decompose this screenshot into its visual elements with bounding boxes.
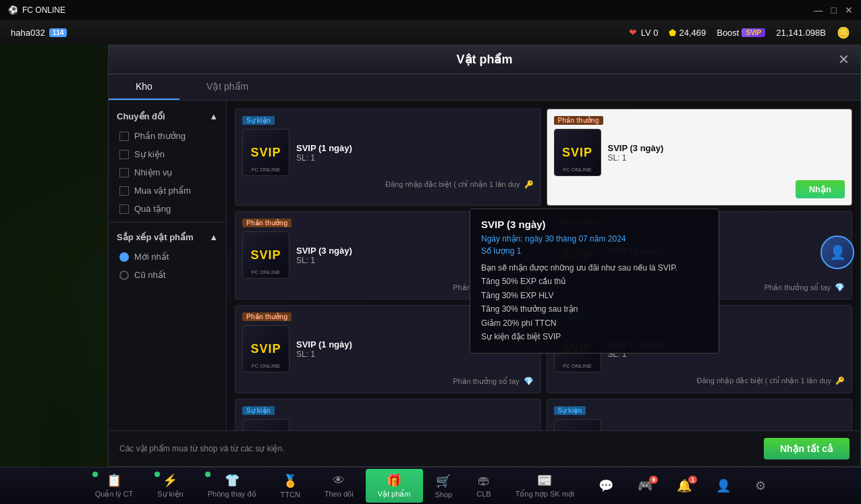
window-controls[interactable]: — □ ✕ bbox=[814, 5, 853, 16]
checkbox-qua-tang[interactable] bbox=[119, 204, 129, 214]
checkbox-phan-thuong[interactable] bbox=[119, 132, 129, 141]
sort-header[interactable]: Sắp xếp vật phẩm ▲ bbox=[109, 227, 226, 248]
item-row-1: SVIP FC ONLINE SVIP (3 ngày) SL: 1 bbox=[554, 129, 845, 176]
item-icon-7: SVIP FC ONLINE bbox=[554, 419, 601, 430]
level-badge: 114 bbox=[49, 28, 67, 37]
nav-icon-su-kien: ⚡ bbox=[163, 473, 177, 488]
divider bbox=[109, 222, 226, 223]
item-card-0[interactable]: Sự kiện SVIP FC ONLINE SVIP (1 ngày) SL:… bbox=[235, 109, 541, 206]
tab-bar: Kho Vật phẩm bbox=[109, 74, 860, 101]
filter-nhiem-vu[interactable]: Nhiệm vụ bbox=[109, 163, 226, 181]
item-name-0: SVIP (1 ngày) bbox=[296, 143, 534, 153]
checkbox-mua-vat-pham[interactable] bbox=[119, 186, 129, 196]
nav-icon-clb: 🏟 bbox=[478, 474, 490, 488]
dialog-title: Vật phẩm bbox=[457, 52, 513, 67]
nav-icon-tong-hop: 📰 bbox=[537, 473, 552, 488]
item-tag-2: Phần thưởng bbox=[242, 219, 291, 227]
item-icon-1: SVIP FC ONLINE bbox=[554, 129, 601, 176]
diamond-icon-4: 💎 bbox=[524, 376, 534, 386]
nav-chat[interactable]: 💬 bbox=[586, 474, 626, 497]
nav-icon-phong-thay: 👕 bbox=[225, 473, 240, 488]
collapse-icon: ▲ bbox=[209, 111, 218, 121]
filter-qua-tang[interactable]: Quà tặng bbox=[109, 200, 226, 218]
coins-icon: ⬟ bbox=[669, 28, 676, 38]
item-info-1: SVIP (3 ngày) SL: 1 bbox=[608, 143, 845, 163]
nav-icon-theo-doi: 👁 bbox=[333, 474, 345, 488]
key-icon-5: 🔑 bbox=[835, 376, 845, 385]
nav-label-ttcn: TTCN bbox=[281, 491, 300, 499]
item-icon-0: SVIP FC ONLINE bbox=[242, 129, 289, 176]
nav-label-vat-pham: Vật phẩm bbox=[378, 490, 411, 499]
nav-theo-doi[interactable]: 👁 Theo dõi bbox=[312, 470, 366, 502]
checkbox-su-kien[interactable] bbox=[119, 150, 129, 159]
item-tag-7: Sự kiện bbox=[554, 406, 586, 415]
app-icon: ⚽ bbox=[8, 5, 18, 15]
minimize-button[interactable]: — bbox=[814, 5, 823, 16]
key-icon-0: 🔑 bbox=[524, 180, 534, 189]
coins-area: ⬟ 24,469 bbox=[669, 28, 706, 38]
boost-label: Boost bbox=[717, 28, 739, 38]
footer-note: Các vật phẩm mua từ shop và từ các sự ki… bbox=[119, 444, 284, 453]
boost-area: Boost SVIP bbox=[717, 28, 765, 38]
nav-shop[interactable]: 🛒 Shop bbox=[423, 470, 465, 503]
item-tag-4: Phần thưởng bbox=[242, 312, 291, 321]
nav-icon-profile: 👤 bbox=[716, 478, 731, 493]
lv-label: LV 0 bbox=[641, 28, 659, 38]
item-icon-4: SVIP FC ONLINE bbox=[242, 325, 289, 372]
nav-quan-ly-ct[interactable]: 📋 Quản lý CT bbox=[83, 469, 146, 503]
chuyen-doi-header[interactable]: Chuyển đổi ▲ bbox=[109, 106, 226, 127]
dialog-close-button[interactable]: ✕ bbox=[838, 51, 850, 67]
nav-label-quan-ly: Quản lý CT bbox=[95, 490, 134, 499]
nav-clb[interactable]: 🏟 CLB bbox=[464, 470, 503, 502]
filter-phan-thuong[interactable]: Phần thưởng bbox=[109, 127, 226, 145]
filter-su-kien[interactable]: Sự kiện bbox=[109, 145, 226, 163]
nav-controller[interactable]: 9 🎮 bbox=[626, 474, 665, 497]
popup-title: SVIP (3 ngày) bbox=[481, 219, 708, 230]
tab-vat-pham[interactable]: Vật phẩm bbox=[179, 74, 275, 100]
item-name-1: SVIP (3 ngày) bbox=[608, 143, 845, 153]
vat-pham-dialog: Vật phẩm ✕ Kho Vật phẩm Chuyển đổi ▲ Phầ… bbox=[108, 45, 861, 467]
dialog-header: Vật phẩm ✕ bbox=[109, 45, 860, 74]
nav-tong-hop[interactable]: 📰 Tổng hợp SK mới bbox=[503, 469, 587, 503]
maximize-button[interactable]: □ bbox=[831, 5, 837, 16]
item-qty-1: SL: 1 bbox=[608, 153, 845, 163]
balance-value: 21,141.098B bbox=[776, 28, 826, 38]
coins-value: 24,469 bbox=[679, 28, 706, 38]
checkbox-nhiem-vu[interactable] bbox=[119, 168, 129, 177]
nav-settings[interactable]: ⚙ bbox=[743, 474, 778, 497]
nav-notification[interactable]: 1 🔔 bbox=[665, 474, 704, 497]
popup-description: Bạn sẽ nhận được những ưu đãi như sau nế… bbox=[481, 261, 708, 343]
sort-cu-nhat[interactable]: Cũ nhất bbox=[109, 266, 226, 284]
item-card-1[interactable]: Phần thưởng SVIP FC ONLINE SVIP (3 ngày)… bbox=[547, 109, 853, 206]
nav-phong-thay-do[interactable]: 👕 Phòng thay đồ bbox=[196, 469, 269, 503]
nav-label-shop: Shop bbox=[435, 491, 453, 499]
close-window-button[interactable]: ✕ bbox=[845, 5, 853, 16]
nav-icon-quan-ly: 📋 bbox=[107, 473, 121, 488]
avatar-icon: 👤 bbox=[821, 235, 854, 269]
item-footer-1: Nhận bbox=[554, 180, 845, 198]
nav-icon-chat: 💬 bbox=[599, 478, 613, 493]
radio-moi-nhat[interactable] bbox=[119, 252, 129, 262]
item-card-6[interactable]: Sự kiện SVIP FC ONLINE SVIP (1 ngày) SL:… bbox=[235, 399, 541, 430]
filter-mua-vat-pham[interactable]: Mua vật phẩm bbox=[109, 181, 226, 200]
nav-dot-quan-ly bbox=[92, 472, 98, 477]
sort-moi-nhat[interactable]: Mới nhất bbox=[109, 248, 226, 266]
nav-label-tong-hop: Tổng hợp SK mới bbox=[516, 490, 575, 499]
item-card-7[interactable]: Sự kiện SVIP FC ONLINE SVIP (1 ngày) SL:… bbox=[547, 399, 853, 430]
radio-cu-nhat[interactable] bbox=[119, 271, 129, 280]
sidebar: Chuyển đổi ▲ Phần thưởng Sự kiện Nhiệm v… bbox=[109, 101, 227, 430]
tab-kho[interactable]: Kho bbox=[109, 74, 179, 100]
nav-badge-controller: 9 bbox=[649, 476, 658, 484]
receive-button-1[interactable]: Nhận bbox=[796, 180, 845, 198]
left-panel-bg bbox=[0, 45, 108, 467]
nav-ttcn[interactable]: 🏅 TTCN bbox=[269, 470, 312, 503]
avatar-panel[interactable]: 👤 bbox=[821, 235, 854, 269]
nav-vat-pham[interactable]: 🎁 Vật phẩm bbox=[366, 469, 423, 503]
nav-icon-vat-pham: 🎁 bbox=[387, 473, 401, 488]
item-footer-4: Phần thưởng sổ tay 💎 bbox=[242, 376, 534, 386]
receive-all-button[interactable]: Nhận tất cả bbox=[764, 438, 850, 459]
nav-profile[interactable]: 👤 bbox=[704, 474, 743, 497]
user-info: haha032 114 bbox=[11, 28, 67, 38]
nav-su-kien[interactable]: ⚡ Sự kiện bbox=[145, 469, 195, 503]
item-tag-1: Phần thưởng bbox=[554, 116, 603, 125]
